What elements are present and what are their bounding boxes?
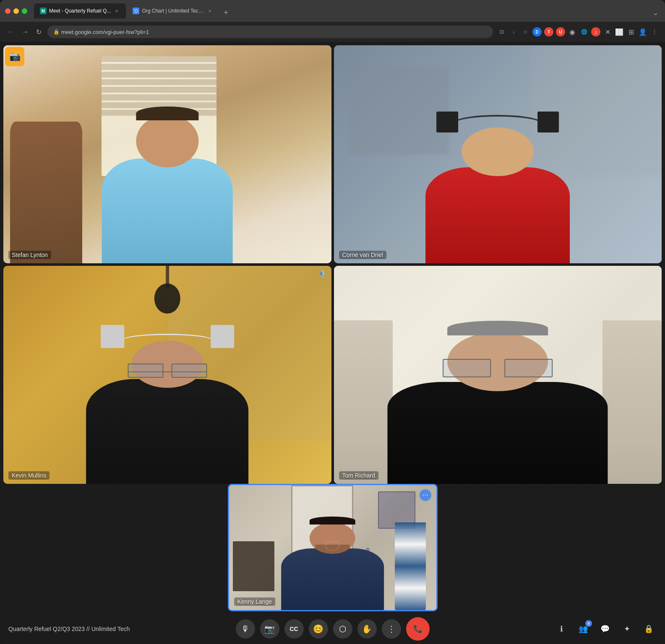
tab-org-close[interactable]: ✕	[206, 8, 213, 14]
camera-button[interactable]: 📷	[260, 619, 279, 639]
meet-favicon: M	[40, 8, 47, 14]
close-button[interactable]	[5, 8, 10, 14]
video-tile-tom: Tom Richard	[334, 266, 662, 484]
extension-icon-2[interactable]: T	[544, 27, 553, 36]
kenny-more-options[interactable]: ⋯	[420, 489, 431, 501]
address-bar: ← → ↻ 🔒 meet.google.com/vgi-puer-fsw?pli…	[0, 22, 665, 42]
download-icon[interactable]: ↓	[509, 27, 518, 36]
minimize-button[interactable]	[13, 8, 19, 14]
video-tile-corne: Corne van Driel	[334, 45, 662, 263]
extension-icon-5[interactable]: 🌐	[579, 27, 589, 36]
controls-right: ℹ 👥 5 💬 ✦ 🔒	[553, 621, 657, 637]
title-bar: M Meet - Quarterly Refuel Q... ✕ O Org C…	[0, 0, 665, 22]
cast-icon[interactable]: ⊡	[497, 27, 506, 36]
info-button[interactable]: ℹ	[553, 621, 569, 637]
controls-center: 🎙 📷 CC 😊 ⬡ ✋ ⋮ 📞	[236, 617, 430, 641]
mic-button[interactable]: 🎙	[236, 619, 255, 639]
more-button[interactable]: ⋮	[382, 619, 401, 639]
tab-meet-close[interactable]: ✕	[113, 8, 120, 14]
tom-video-bg	[334, 266, 662, 484]
extension-icon-9[interactable]: ⊞	[626, 27, 636, 36]
video-tile-stefan: Stefan Lynton	[3, 45, 331, 263]
stefan-name: Stefan Lynton	[8, 251, 51, 259]
video-tile-kenny: ⋯ Kenny Lange	[228, 484, 438, 611]
present-button[interactable]: ⬡	[333, 619, 352, 639]
tab-org-title: Org Chart | Unlimited Tech S...	[142, 8, 204, 14]
raise-hand-button[interactable]: ✋	[357, 619, 377, 639]
extension-icon-1[interactable]: D	[532, 27, 542, 36]
extension-icon-3[interactable]: U	[556, 27, 565, 36]
video-row-1: Stefan Lynton	[3, 45, 662, 263]
captions-button[interactable]: CC	[284, 619, 304, 639]
url-bar[interactable]: 🔒 meet.google.com/vgi-puer-fsw?pli=1	[47, 26, 493, 38]
toolbar-icons: ⊡ ↓ ☆ D T U ◉ 🌐 ♪ ✕ ⬜ ⊞ 👤 ⋮	[497, 27, 659, 36]
menu-dots[interactable]: ⋮	[650, 27, 659, 36]
activities-button[interactable]: ✦	[619, 621, 635, 637]
safety-button[interactable]: 🔒	[641, 621, 657, 637]
camera-off-icon: 📷	[9, 51, 21, 62]
tom-name: Tom Richard	[339, 471, 379, 480]
new-tab-button[interactable]: +	[220, 7, 232, 18]
lock-icon: 🔒	[53, 29, 60, 35]
kevin-name: Kevin Mullins	[8, 471, 50, 480]
maximize-button[interactable]	[22, 8, 27, 14]
emoji-button[interactable]: 😊	[309, 619, 328, 639]
kevin-video-bg	[3, 266, 331, 484]
video-row-3: ⋯ Kenny Lange	[0, 484, 665, 614]
corne-name: Corne van Driel	[339, 251, 386, 259]
profile-icon[interactable]: 👤	[638, 27, 647, 36]
main-content: 📷	[0, 42, 665, 644]
meeting-info-label: Quarterly Refuel Q2/Q3 2023 // Unlimited…	[8, 626, 130, 632]
chat-button[interactable]: 💬	[597, 621, 613, 637]
tabs-bar: M Meet - Quarterly Refuel Q... ✕ O Org C…	[34, 3, 660, 18]
extension-icon-6[interactable]: ♪	[591, 27, 600, 36]
bookmark-icon[interactable]: ☆	[521, 27, 530, 36]
url-text: meet.google.com/vgi-puer-fsw?pli=1	[61, 29, 149, 35]
org-favicon: O	[133, 8, 139, 14]
kenny-name: Kenny Lange	[234, 597, 276, 606]
people-count-badge: 5	[585, 620, 592, 627]
bottom-bar: Quarterly Refuel Q2/Q3 2023 // Unlimited…	[0, 614, 665, 644]
video-grid: Stefan Lynton	[0, 42, 665, 484]
extension-icon-8[interactable]: ⬜	[615, 27, 624, 36]
kenny-video-bg	[229, 485, 436, 610]
extension-icon-7[interactable]: ✕	[603, 27, 612, 36]
extension-icon-4[interactable]: ◉	[568, 27, 577, 36]
forward-button[interactable]: →	[20, 26, 30, 37]
traffic-lights	[5, 8, 27, 14]
kevin-mic-off-icon: 🎙️	[318, 270, 326, 278]
reload-button[interactable]: ↻	[34, 26, 43, 38]
tab-menu-button[interactable]: ⌄	[651, 7, 660, 18]
tab-meet-title: Meet - Quarterly Refuel Q...	[49, 8, 111, 14]
stefan-video-bg	[3, 45, 331, 263]
tab-meet[interactable]: M Meet - Quarterly Refuel Q... ✕	[34, 3, 126, 18]
end-call-button[interactable]: 📞	[406, 617, 430, 641]
back-button[interactable]: ←	[6, 26, 16, 37]
people-button[interactable]: 👥 5	[575, 621, 591, 637]
corne-video-bg	[334, 45, 662, 263]
tab-org[interactable]: O Org Chart | Unlimited Tech S... ✕	[127, 3, 219, 18]
browser-window: M Meet - Quarterly Refuel Q... ✕ O Org C…	[0, 0, 665, 644]
video-tile-kevin: 🎙️ Kevin Mullins	[3, 266, 331, 484]
video-row-2: 🎙️ Kevin Mullins	[3, 266, 662, 484]
camera-off-notification[interactable]: 📷	[5, 47, 24, 66]
